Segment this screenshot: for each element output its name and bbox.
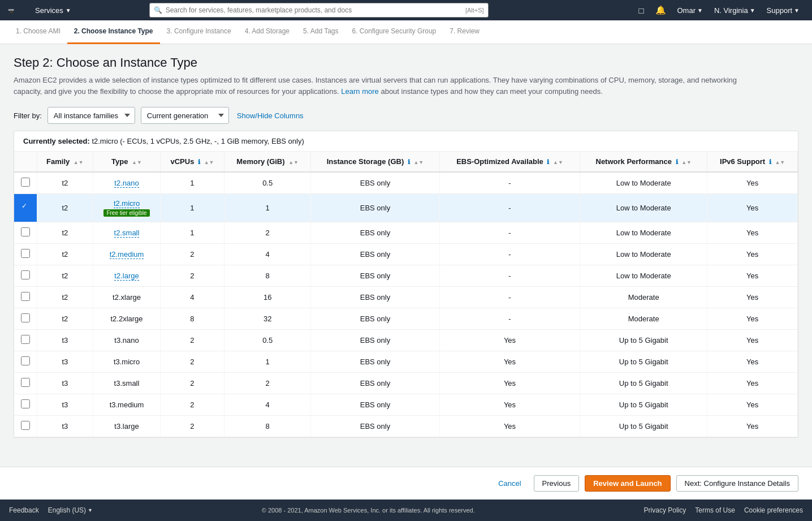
step-3[interactable]: 3. Configure Instance (160, 20, 238, 44)
row-memory: 2 (224, 373, 311, 394)
free-tier-badge: Free tier eligible (103, 209, 149, 217)
row-checkbox[interactable] (21, 227, 30, 236)
row-checkbox[interactable] (21, 378, 30, 387)
family-sort-icon: ▲▼ (74, 160, 84, 165)
network-sort-icon: ▲▼ (681, 160, 692, 165)
step-6[interactable]: 6. Configure Security Group (345, 20, 443, 44)
storage-info-icon[interactable]: ℹ (408, 158, 410, 165)
row-checkbox[interactable] (21, 249, 30, 258)
row-ebs-optimized: Yes (439, 330, 580, 351)
user-menu-button[interactable]: Omar ▼ (672, 0, 709, 20)
aws-logo[interactable]: aws (7, 5, 25, 16)
step-4[interactable]: 4. Add Storage (238, 20, 296, 44)
row-family: t2 (37, 172, 93, 194)
row-checkbox[interactable] (21, 292, 30, 301)
type-text: t2.xlarge (113, 293, 141, 302)
main-content: Step 2: Choose an Instance Type Amazon E… (0, 44, 812, 438)
row-checkbox[interactable] (21, 335, 30, 344)
row-checkbox-cell (14, 222, 37, 244)
show-hide-columns-button[interactable]: Show/Hide Columns (235, 111, 306, 120)
services-caret-icon: ▼ (66, 7, 71, 14)
step-6-label: 6. Configure Security Group (352, 27, 437, 35)
header-type[interactable]: Type ▲▼ (93, 152, 161, 172)
row-checkbox[interactable] (21, 356, 30, 365)
table-row[interactable]: t2t2.large28EBS only-Low to ModerateYes (14, 265, 798, 287)
vcpus-info-icon[interactable]: ℹ (198, 158, 200, 165)
header-ipv6[interactable]: IPv6 Support ℹ ▲▼ (707, 152, 798, 172)
type-link[interactable]: t2.large (114, 272, 139, 281)
family-filter-select[interactable]: All instance families General purpose Co… (47, 107, 135, 124)
row-type: t2.large (93, 265, 161, 287)
row-checkbox[interactable] (21, 421, 30, 430)
row-network-performance: Up to 5 Gigabit (580, 351, 707, 373)
step-7[interactable]: 7. Review (443, 20, 486, 44)
step-2[interactable]: 2. Choose Instance Type (67, 20, 160, 44)
type-text: t2.2xlarge (110, 315, 142, 323)
ebs-info-icon[interactable]: ℹ (547, 158, 549, 165)
table-row[interactable]: t2t2.small12EBS only-Low to ModerateYes (14, 222, 798, 244)
region-menu-button[interactable]: N. Virginia ▼ (709, 0, 761, 20)
row-checkbox[interactable] (21, 270, 30, 279)
row-checkbox[interactable] (21, 313, 30, 322)
type-sort-icon: ▲▼ (132, 160, 142, 165)
svg-text:aws: aws (8, 8, 14, 11)
row-type: t2.nano (93, 172, 161, 194)
table-row[interactable]: t3t3.micro21EBS onlyYesUp to 5 GigabitYe… (14, 351, 798, 373)
terminal-icon-button[interactable]: □ (633, 0, 649, 20)
network-info-icon[interactable]: ℹ (676, 158, 678, 165)
header-ebs-optimized[interactable]: EBS-Optimized Available ℹ ▲▼ (439, 152, 580, 172)
row-checkbox-selected[interactable] (21, 203, 30, 212)
table-row[interactable]: t2t2.microFree tier eligible11EBS only-L… (14, 194, 798, 222)
table-wrapper[interactable]: Family ▲▼ Type ▲▼ vCPUs ℹ ▲▼ Memory (GiB… (14, 152, 798, 437)
bell-icon-button[interactable]: 🔔 (650, 0, 672, 20)
table-row[interactable]: t3t3.small22EBS onlyYesUp to 5 GigabitYe… (14, 373, 798, 394)
type-link[interactable]: t2.small (114, 229, 140, 238)
ipv6-info-icon[interactable]: ℹ (769, 158, 771, 165)
type-text: t3.micro (114, 358, 140, 366)
row-checkbox[interactable] (21, 178, 30, 187)
step-5[interactable]: 5. Add Tags (296, 20, 345, 44)
row-instance-storage: EBS only (311, 308, 440, 330)
row-vcpus: 1 (160, 172, 224, 194)
table-row[interactable]: t2t2.xlarge416EBS only-ModerateYes (14, 287, 798, 308)
row-ipv6-support: Yes (707, 172, 798, 194)
table-row[interactable]: t2t2.2xlarge832EBS only-ModerateYes (14, 308, 798, 330)
header-memory[interactable]: Memory (GiB) ▲▼ (224, 152, 311, 172)
table-row[interactable]: t2t2.nano10.5EBS only-Low to ModerateYes (14, 172, 798, 194)
row-vcpus: 2 (160, 373, 224, 394)
header-network-performance[interactable]: Network Performance ℹ ▲▼ (580, 152, 707, 172)
step-1[interactable]: 1. Choose AMI (9, 20, 67, 44)
row-instance-storage: EBS only (311, 244, 440, 265)
services-button[interactable]: Services ▼ (29, 0, 77, 20)
row-instance-storage: EBS only (311, 373, 440, 394)
row-instance-storage: EBS only (311, 330, 440, 351)
type-link[interactable]: t2.medium (110, 250, 144, 259)
row-checkbox[interactable] (21, 399, 30, 408)
row-type: t2.xlarge (93, 287, 161, 308)
row-network-performance: Low to Moderate (580, 222, 707, 244)
row-type: t3.micro (93, 351, 161, 373)
row-network-performance: Low to Moderate (580, 194, 707, 222)
generation-filter-select[interactable]: Current generation Previous generation (141, 107, 229, 124)
table-row[interactable]: t2t2.medium24EBS only-Low to ModerateYes (14, 244, 798, 265)
row-family: t2 (37, 308, 93, 330)
search-input[interactable] (149, 3, 489, 18)
row-ebs-optimized: Yes (439, 373, 580, 394)
region-label: N. Virginia (714, 6, 748, 15)
table-row[interactable]: t3t3.medium24EBS onlyYesUp to 5 GigabitY… (14, 394, 798, 416)
support-menu-button[interactable]: Support ▼ (761, 0, 805, 20)
table-row[interactable]: t3t3.nano20.5EBS onlyYesUp to 5 GigabitY… (14, 330, 798, 351)
row-instance-storage: EBS only (311, 287, 440, 308)
table-row[interactable]: t3t3.large28EBS onlyYesUp to 5 GigabitYe… (14, 416, 798, 437)
header-family[interactable]: Family ▲▼ (37, 152, 93, 172)
learn-more-link[interactable]: Learn more (341, 87, 378, 96)
type-link[interactable]: t2.micro (114, 199, 140, 208)
header-instance-storage[interactable]: Instance Storage (GB) ℹ ▲▼ (311, 152, 440, 172)
row-ipv6-support: Yes (707, 194, 798, 222)
filters-row: Filter by: All instance families General… (14, 107, 798, 124)
row-memory: 4 (224, 394, 311, 416)
row-instance-storage: EBS only (311, 172, 440, 194)
header-vcpus[interactable]: vCPUs ℹ ▲▼ (160, 152, 224, 172)
row-family: t3 (37, 416, 93, 437)
type-link[interactable]: t2.nano (114, 179, 139, 188)
